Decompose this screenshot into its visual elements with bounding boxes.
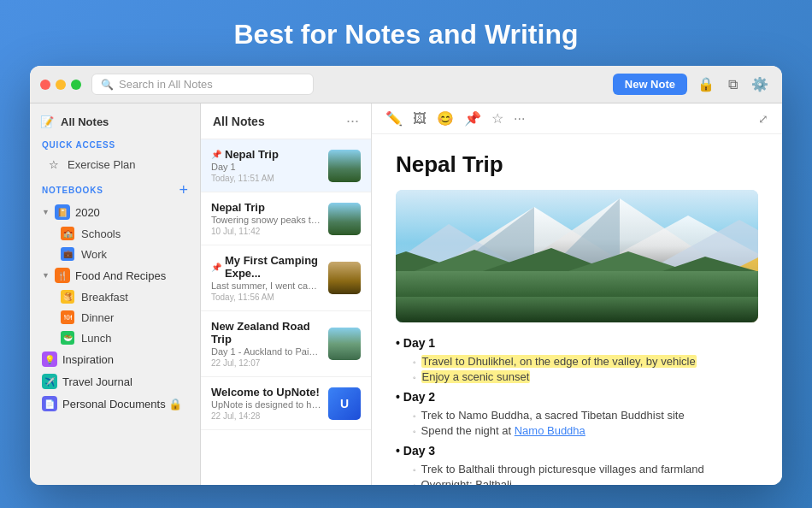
title-bar-actions: New Note 🔒 ⧉ ⚙️ <box>613 74 772 95</box>
svg-rect-16 <box>396 297 758 322</box>
note-item-nepal-2[interactable]: Nepal Trip Towering snowy peaks trac... … <box>201 192 371 245</box>
notebook-dinner[interactable]: 🍽 Dinner <box>30 307 200 328</box>
svg-rect-9 <box>396 271 758 301</box>
note-title-nepal-1: Nepal Trip <box>225 148 279 161</box>
notebook-breakfast[interactable]: 🥞 Breakfast <box>30 286 200 307</box>
day-3-item-2-text: Overnight: Balthali <box>421 478 512 485</box>
exercise-plan-label: Exercise Plan <box>68 158 135 171</box>
add-notebook-button[interactable]: + <box>179 182 188 198</box>
note-preview-nepal-1: Day 1 <box>211 162 321 172</box>
notes-list-title: All Notes <box>213 115 265 128</box>
day-3-list: ◦ Trek to Balthali through picturesque v… <box>396 463 758 485</box>
note-date-welcome: 22 Jul, 14:28 <box>211 411 321 421</box>
note-item-nz[interactable]: New Zealand Road Trip Day 1 - Auckland t… <box>201 311 371 377</box>
sub-bullet-6: ◦ <box>413 481 416 485</box>
day-2-item-2: ◦ Spend the night at Namo Buddha <box>413 424 758 437</box>
notebook-personal-docs[interactable]: 📄 Personal Documents 🔒 <box>30 393 200 415</box>
day-1-item-1: ◦ Travel to Dhulikhel, on the edge of th… <box>413 355 758 368</box>
notebook-lunch[interactable]: 🥗 Lunch <box>30 328 200 348</box>
note-info-nz: New Zealand Road Trip Day 1 - Auckland t… <box>211 320 321 368</box>
hero-image <box>396 190 758 322</box>
note-preview-camping: Last summer, I went campi... <box>211 281 321 291</box>
note-item-camping[interactable]: 📌 My First Camping Expe... Last summer, … <box>201 245 371 311</box>
sidebar-item-exercise-plan[interactable]: ☆ Exercise Plan <box>30 153 200 175</box>
note-editor: ✏️ 🖼 😊 📌 ☆ ··· ⤢ Nepal Trip <box>372 103 782 485</box>
note-title-nepal-2: Nepal Trip <box>211 201 265 214</box>
maximize-button[interactable] <box>71 80 81 90</box>
day-3-heading: • Day 3 <box>396 444 758 458</box>
namo-buddha-link[interactable]: Namo Buddha <box>515 424 585 437</box>
note-thumb-camping <box>328 262 361 294</box>
all-notes-icon: 📝 <box>40 115 54 128</box>
traffic-lights <box>40 80 81 90</box>
day-2-item-1-text: Trek to Namo Buddha, a sacred Tibetan Bu… <box>421 409 685 422</box>
image-icon[interactable]: 🖼 <box>413 111 427 127</box>
notebooks-header: NOTEBOOKS + <box>30 175 200 201</box>
page-title: Best for Notes and Writing <box>234 19 579 50</box>
notebook-travel-journal[interactable]: ✈️ Travel Journal <box>30 370 200 393</box>
dinner-icon: 🍽 <box>61 310 74 324</box>
note-thumb-nepal-2 <box>328 203 361 235</box>
food-recipes-icon: 🍴 <box>55 268 70 283</box>
editor-content: Nepal Trip <box>372 134 782 485</box>
note-info-nepal-1: 📌 Nepal Trip Day 1 Today, 11:51 AM <box>211 148 321 183</box>
chevron-down-icon: ▼ <box>42 208 50 216</box>
more-icon[interactable]: ··· <box>514 111 525 127</box>
search-input[interactable]: Search in All Notes <box>119 78 213 91</box>
expand-icon[interactable]: ⤢ <box>758 112 768 126</box>
star-toolbar-icon[interactable]: ☆ <box>491 110 503 127</box>
new-note-button[interactable]: New Note <box>613 74 687 95</box>
day-3-item-1: ◦ Trek to Balthali through picturesque v… <box>413 463 758 476</box>
food-recipes-label: Food And Recipes <box>75 269 166 282</box>
notebook-2020: ▼ 📔 2020 🏫 Schools 💼 Work <box>30 201 200 264</box>
inspiration-label: Inspiration <box>62 353 114 366</box>
work-label: Work <box>81 248 107 261</box>
notebook-food-header[interactable]: ▼ 🍴 Food And Recipes <box>30 264 200 286</box>
minimize-button[interactable] <box>56 80 66 90</box>
editor-note-title: Nepal Trip <box>396 151 758 178</box>
day-2-heading: • Day 2 <box>396 390 758 404</box>
notebook-2020-header[interactable]: ▼ 📔 2020 <box>30 201 200 223</box>
pin-toolbar-icon[interactable]: 📌 <box>464 110 481 127</box>
notebook-2020-label: 2020 <box>75 206 100 219</box>
note-date-nepal-1: Today, 11:51 AM <box>211 174 321 183</box>
lock-icon[interactable]: 🔒 <box>694 74 718 94</box>
sub-bullet-2: ◦ <box>413 373 416 382</box>
notes-list-menu-button[interactable]: ··· <box>346 112 359 130</box>
schools-label: Schools <box>81 227 121 240</box>
close-button[interactable] <box>40 80 50 90</box>
search-bar[interactable]: 🔍 Search in All Notes <box>91 74 314 95</box>
note-title-welcome: Welcome to UpNote! <box>211 386 320 399</box>
duplicate-icon[interactable]: ⧉ <box>725 75 741 94</box>
notes-list-header: All Notes ··· <box>201 103 371 139</box>
day-1-item-2-text: Enjoy a scenic sunset <box>421 370 531 383</box>
breakfast-label: Breakfast <box>81 291 128 304</box>
sub-bullet-5: ◦ <box>413 465 416 475</box>
emoji-icon[interactable]: 😊 <box>437 110 454 127</box>
schools-icon: 🏫 <box>61 227 74 240</box>
notebook-food-recipes: ▼ 🍴 Food And Recipes 🥞 Breakfast 🍽 Dinne… <box>30 264 200 348</box>
note-item-nepal-1[interactable]: 📌 Nepal Trip Day 1 Today, 11:51 AM <box>201 139 371 192</box>
notes-list: All Notes ··· 📌 Nepal Trip Day 1 Today, … <box>201 103 372 485</box>
breakfast-icon: 🥞 <box>61 290 74 304</box>
notebook-inspiration[interactable]: 💡 Inspiration <box>30 348 200 370</box>
dinner-label: Dinner <box>81 311 114 324</box>
sub-bullet-1: ◦ <box>413 357 416 367</box>
travel-journal-label: Travel Journal <box>62 375 132 388</box>
note-title-camping: My First Camping Expe... <box>225 254 321 280</box>
sidebar-all-notes[interactable]: 📝 All Notes <box>30 110 200 133</box>
star-icon: ☆ <box>47 157 61 171</box>
pin-icon-3: 📌 <box>211 263 221 272</box>
note-preview-welcome: UpNote is designed to hel... <box>211 399 321 410</box>
notebook-work[interactable]: 💼 Work <box>30 244 200 264</box>
chevron-down-icon-2: ▼ <box>42 271 50 280</box>
note-item-welcome[interactable]: Welcome to UpNote! UpNote is designed to… <box>201 377 371 430</box>
settings-icon[interactable]: ⚙️ <box>748 74 772 94</box>
note-thumb-nz <box>328 328 361 360</box>
edit-icon[interactable]: ✏️ <box>385 110 403 127</box>
note-date-nepal-2: 10 Jul, 11:42 <box>211 227 321 236</box>
inspiration-icon: 💡 <box>42 351 57 367</box>
day-1-item-2: ◦ Enjoy a scenic sunset <box>413 370 758 383</box>
search-icon: 🔍 <box>101 79 114 91</box>
notebook-schools[interactable]: 🏫 Schools <box>30 223 200 244</box>
